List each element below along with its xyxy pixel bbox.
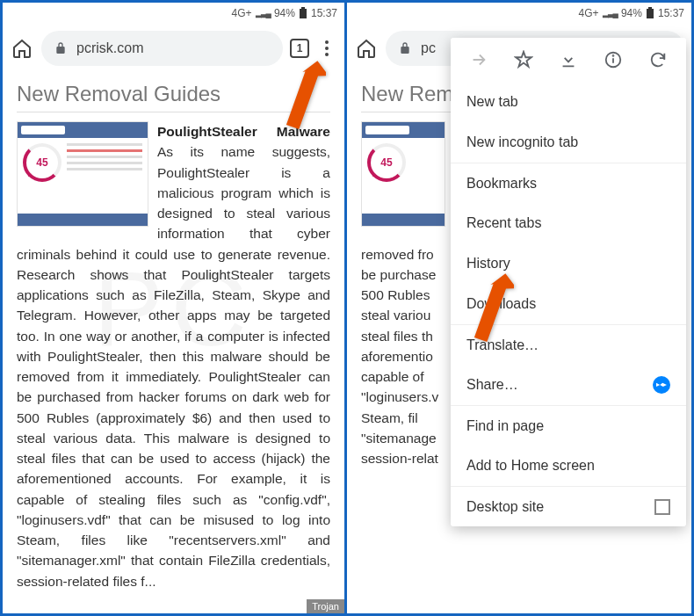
menu-item-add-home[interactable]: Add to Home screen — [451, 446, 686, 486]
battery-icon — [646, 7, 654, 19]
menu-item-find[interactable]: Find in page — [451, 405, 686, 446]
reload-icon — [648, 50, 668, 69]
signal-icon: ▂▃▄ — [256, 9, 271, 18]
info-button[interactable] — [601, 47, 625, 72]
svg-rect-3 — [648, 7, 652, 9]
svg-point-6 — [613, 55, 614, 56]
menu-item-share[interactable]: Share… — [451, 365, 686, 405]
svg-rect-2 — [647, 9, 654, 18]
messenger-icon — [653, 376, 670, 394]
forward-button[interactable] — [466, 47, 491, 72]
status-bar: 4G+ ▂▃▄ 94% 15:37 — [347, 3, 691, 24]
gauge-value: 45 — [367, 143, 406, 182]
info-icon — [604, 50, 623, 69]
clock-label: 15:37 — [658, 7, 684, 19]
article-thumbnail[interactable]: 45 — [361, 121, 445, 227]
article-thumbnail[interactable]: 45 — [17, 121, 148, 227]
star-icon — [514, 50, 533, 69]
url-text: pcrisk.com — [76, 40, 143, 56]
status-bar: 4G+ ▂▃▄ 94% 15:37 — [3, 3, 344, 24]
menu-item-recent-tabs[interactable]: Recent tabs — [451, 203, 686, 243]
menu-item-new-tab[interactable]: New tab — [451, 82, 686, 122]
reload-button[interactable] — [646, 47, 670, 72]
arrow-right-icon — [469, 50, 488, 69]
network-label: 4G+ — [579, 7, 599, 19]
category-tag: Trojan — [307, 599, 344, 613]
menu-item-incognito[interactable]: New incognito tab — [451, 122, 686, 163]
gauge-value: 45 — [23, 143, 61, 182]
tutorial-arrow-1 — [264, 54, 326, 136]
tab-count-label: 1 — [297, 42, 303, 54]
bookmark-button[interactable] — [511, 47, 536, 72]
battery-label: 94% — [274, 7, 295, 19]
address-bar[interactable]: pcrisk.com — [41, 31, 283, 66]
checkbox-icon[interactable] — [654, 499, 670, 515]
svg-rect-1 — [301, 7, 305, 9]
download-button[interactable] — [556, 47, 581, 72]
home-icon — [11, 38, 33, 59]
lock-icon — [398, 41, 412, 55]
page-content: New Removal Guides 45 PoulightStealer Ma… — [3, 73, 344, 591]
url-text: pc — [421, 40, 436, 56]
home-button[interactable] — [10, 36, 34, 61]
download-icon — [559, 50, 578, 69]
battery-label: 94% — [621, 7, 642, 19]
lock-icon — [54, 41, 68, 55]
network-label: 4G+ — [232, 7, 252, 19]
menu-item-desktop-site[interactable]: Desktop site — [451, 486, 686, 526]
tutorial-arrow-2 — [452, 266, 514, 349]
menu-icon-row — [451, 38, 686, 82]
clock-label: 15:37 — [311, 7, 337, 19]
battery-icon — [299, 7, 307, 19]
signal-icon: ▂▃▄ — [603, 9, 618, 18]
home-button[interactable] — [354, 36, 379, 61]
article-body: 45 PoulightStealer Malware As its name s… — [17, 121, 330, 591]
menu-item-bookmarks[interactable]: Bookmarks — [451, 163, 686, 203]
home-icon — [356, 38, 377, 59]
svg-rect-0 — [300, 9, 307, 18]
